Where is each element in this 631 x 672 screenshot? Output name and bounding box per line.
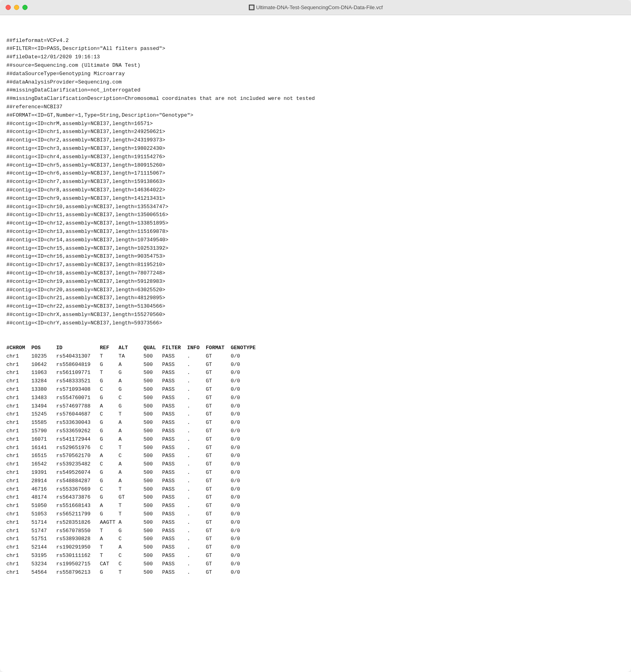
table-row: chr1 51714 rs528351826 AAGTT A 500 PASS … xyxy=(6,519,625,527)
header-line: ##contig=<ID=chr21,assembly=NCBI37,lengt… xyxy=(6,294,625,302)
header-line: ##contig=<ID=chr3,assembly=NCBI37,length… xyxy=(6,145,625,153)
table-row: chr1 16071 rs541172944 G A 500 PASS . GT… xyxy=(6,435,625,444)
header-line: ##FORMAT=<ID=GT,Number=1,Type=String,Des… xyxy=(6,111,625,120)
header-line: ##contig=<ID=chr10,assembly=NCBI37,lengt… xyxy=(6,203,625,211)
header-line: ##reference=NCBI37 xyxy=(6,103,625,111)
traffic-lights xyxy=(6,5,28,10)
header-line: ##contig=<ID=chr18,assembly=NCBI37,lengt… xyxy=(6,269,625,278)
header-lines: ##fileformat=VCFv4.2##FILTER=<ID=PASS,De… xyxy=(6,37,625,328)
header-line: ##contig=<ID=chrX,assembly=NCBI37,length… xyxy=(6,311,625,319)
table-row: chr1 53195 rs530111162 T C 500 PASS . GT… xyxy=(6,552,625,560)
header-line: ##contig=<ID=chr9,assembly=NCBI37,length… xyxy=(6,195,625,203)
header-line: ##contig=<ID=chr6,assembly=NCBI37,length… xyxy=(6,169,625,178)
header-line: ##contig=<ID=chr12,assembly=NCBI37,lengt… xyxy=(6,219,625,228)
header-line: ##missingDataClarification=not_interroga… xyxy=(6,86,625,95)
header-line: ##contig=<ID=chr2,assembly=NCBI37,length… xyxy=(6,136,625,145)
header-line: ##fileformat=VCFv4.2 xyxy=(6,37,625,45)
header-line: ##contig=<ID=chr19,assembly=NCBI37,lengt… xyxy=(6,278,625,286)
header-line: ##contig=<ID=chrY,assembly=NCBI37,length… xyxy=(6,319,625,328)
table-row: chr1 52144 rs190291950 T A 500 PASS . GT… xyxy=(6,543,625,552)
table-row: chr1 54564 rs558796213 G T 500 PASS . GT… xyxy=(6,569,625,577)
header-line: ##contig=<ID=chr1,assembly=NCBI37,length… xyxy=(6,128,625,136)
main-window: 🔲 Ultimate-DNA-Test-SequencingCom-DNA-Da… xyxy=(0,0,631,672)
table-row: chr1 13284 rs548333521 G A 500 PASS . GT… xyxy=(6,377,625,386)
table-row: chr1 15245 rs576044687 C T 500 PASS . GT… xyxy=(6,410,625,419)
table-row: chr1 13483 rs554760071 G C 500 PASS . GT… xyxy=(6,394,625,402)
table-row: chr1 16542 rs539235482 C A 500 PASS . GT… xyxy=(6,460,625,469)
header-line: ##contig=<ID=chr4,assembly=NCBI37,length… xyxy=(6,153,625,161)
table-row: chr1 15585 rs533630043 G A 500 PASS . GT… xyxy=(6,419,625,427)
minimize-button[interactable] xyxy=(14,5,19,10)
table-row: chr1 46716 rs553367669 C T 500 PASS . GT… xyxy=(6,485,625,494)
header-line: ##FILTER=<ID=PASS,Description="All filte… xyxy=(6,45,625,53)
table-row: chr1 15790 rs533659262 G A 500 PASS . GT… xyxy=(6,427,625,435)
maximize-button[interactable] xyxy=(22,5,28,10)
header-line: ##contig=<ID=chr14,assembly=NCBI37,lengt… xyxy=(6,236,625,245)
file-content[interactable]: ##fileformat=VCFv4.2##FILTER=<ID=PASS,De… xyxy=(0,15,631,672)
table-row: chr1 11063 rs561109771 T G 500 PASS . GT… xyxy=(6,369,625,377)
table-row: chr1 10235 rs540431307 T TA 500 PASS . G… xyxy=(6,352,625,361)
header-line: ##contig=<ID=chr22,assembly=NCBI37,lengt… xyxy=(6,302,625,311)
header-line: ##fileDate=12/01/2020 19:16:13 xyxy=(6,53,625,62)
header-line: ##contig=<ID=chrM,assembly=NCBI37,length… xyxy=(6,120,625,128)
header-line: ##contig=<ID=chr7,assembly=NCBI37,length… xyxy=(6,178,625,186)
table-row: chr1 16515 rs570562170 A C 500 PASS . GT… xyxy=(6,452,625,460)
header-line: ##contig=<ID=chr8,assembly=NCBI37,length… xyxy=(6,186,625,195)
header-line: ##contig=<ID=chr5,assembly=NCBI37,length… xyxy=(6,161,625,170)
table-row: chr1 13494 rs574697788 A G 500 PASS . GT… xyxy=(6,402,625,411)
table-row: chr1 51053 rs565211799 G T 500 PASS . GT… xyxy=(6,510,625,519)
header-line: ##contig=<ID=chr15,assembly=NCBI37,lengt… xyxy=(6,245,625,253)
table-row: chr1 51751 rs538930828 A C 500 PASS . GT… xyxy=(6,535,625,543)
table-row: chr1 51050 rs551668143 A T 500 PASS . GT… xyxy=(6,502,625,510)
header-line: ##missingDataClarificationDescription=Ch… xyxy=(6,95,625,103)
table-row: chr1 10642 rs558604819 G A 500 PASS . GT… xyxy=(6,361,625,369)
header-line: ##dataAnalysisProvider=Sequencing.com xyxy=(6,78,625,87)
table-row: chr1 13380 rs571093408 C G 500 PASS . GT… xyxy=(6,386,625,394)
header-line: ##contig=<ID=chr17,assembly=NCBI37,lengt… xyxy=(6,261,625,269)
header-line: ##contig=<ID=chr20,assembly=NCBI37,lengt… xyxy=(6,286,625,294)
close-button[interactable] xyxy=(6,5,11,10)
table-row: chr1 53234 rs199502715 CAT C 500 PASS . … xyxy=(6,560,625,569)
column-header-row: #CHROM POS ID REF ALT QUAL FILTER INFO F… xyxy=(6,344,625,352)
header-line: ##source=Sequencing.com (Ultimate DNA Te… xyxy=(6,62,625,70)
data-section: #CHROM POS ID REF ALT QUAL FILTER INFO F… xyxy=(6,344,625,577)
header-line: ##contig=<ID=chr16,assembly=NCBI37,lengt… xyxy=(6,252,625,261)
table-row: chr1 28914 rs548884287 G A 500 PASS . GT… xyxy=(6,477,625,485)
table-row: chr1 19391 rs549526074 G A 500 PASS . GT… xyxy=(6,469,625,477)
header-line: ##contig=<ID=chr11,assembly=NCBI37,lengt… xyxy=(6,211,625,219)
table-row: chr1 51747 rs567078550 T G 500 PASS . GT… xyxy=(6,527,625,535)
table-row: chr1 48174 rs564373876 G GT 500 PASS . G… xyxy=(6,493,625,502)
titlebar: 🔲 Ultimate-DNA-Test-SequencingCom-DNA-Da… xyxy=(0,0,631,15)
header-line: ##contig=<ID=chr13,assembly=NCBI37,lengt… xyxy=(6,228,625,236)
table-row: chr1 16141 rs529651976 C T 500 PASS . GT… xyxy=(6,444,625,452)
window-title: 🔲 Ultimate-DNA-Test-SequencingCom-DNA-Da… xyxy=(248,4,383,10)
header-line: ##dataSourceType=Genotyping Microarray xyxy=(6,70,625,78)
